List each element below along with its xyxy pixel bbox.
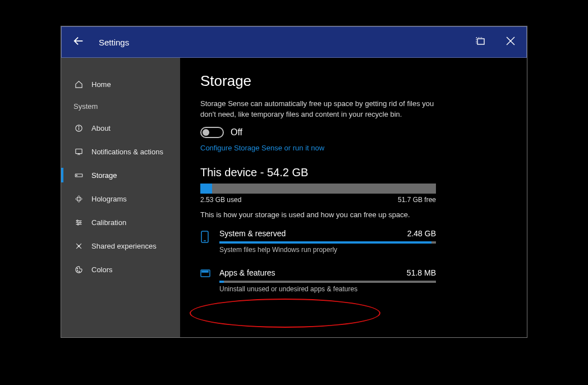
notifications-icon	[74, 148, 84, 156]
close-icon	[506, 36, 516, 48]
sidebar-item-notifications[interactable]: Notifications & actions	[61, 140, 180, 163]
svg-point-18	[79, 222, 81, 223]
svg-point-11	[76, 175, 77, 175]
toggle-label: Off	[231, 127, 242, 138]
sidebar-item-label: Shared experiences	[91, 242, 157, 250]
settings-window: Settings	[61, 26, 527, 338]
sidebar-item-label: Notifications & actions	[91, 148, 163, 156]
storage-icon	[74, 171, 84, 180]
svg-rect-29	[202, 271, 204, 272]
category-subtitle: System files help Windows run properly	[219, 246, 436, 254]
svg-point-12	[75, 198, 81, 200]
content-pane: Storage Storage Sense can automatically …	[180, 58, 527, 337]
free-label: 51.7 GB free	[398, 196, 436, 204]
device-usage-bar	[200, 184, 436, 194]
category-bar	[219, 281, 436, 283]
configure-storage-sense-link[interactable]: Configure Storage Sense or run it now	[200, 144, 324, 152]
page-title: Storage	[200, 72, 507, 90]
sidebar-item-home[interactable]: Home	[61, 72, 180, 96]
calibration-icon	[74, 218, 84, 227]
home-icon	[74, 80, 84, 89]
sidebar-item-holograms[interactable]: Holograms	[61, 187, 180, 210]
window-title: Settings	[99, 38, 472, 47]
titlebar: Settings	[61, 26, 527, 58]
category-size: 51.8 MB	[407, 268, 436, 277]
sidebar-item-label: About	[91, 124, 111, 132]
svg-rect-30	[204, 271, 206, 272]
holograms-icon	[74, 195, 84, 203]
window-tab-icon	[474, 36, 486, 48]
svg-point-8	[79, 126, 79, 126]
sidebar-item-label: Colors	[91, 265, 113, 274]
used-label: 2.53 GB used	[200, 196, 241, 204]
sidebar-group-system: System	[61, 96, 180, 116]
sidebar-item-storage[interactable]: Storage	[61, 163, 180, 187]
svg-point-13	[77, 195, 80, 201]
svg-rect-31	[206, 271, 208, 272]
sidebar-item-calibration[interactable]: Calibration	[61, 210, 180, 234]
close-button[interactable]	[503, 34, 518, 50]
svg-point-25	[79, 271, 79, 272]
svg-point-17	[76, 220, 78, 222]
sidebar-item-label: Holograms	[91, 195, 127, 203]
device-usage-fill	[200, 184, 212, 194]
category-subtitle: Uninstall unused or undesired apps & fea…	[219, 285, 436, 293]
svg-point-23	[77, 268, 77, 269]
device-heading: This device - 54.2 GB	[200, 166, 507, 179]
sidebar: Home System About Notifications & action…	[61, 58, 180, 337]
category-title: System & reserved	[219, 229, 286, 238]
svg-rect-1	[477, 39, 484, 44]
window-tab-button[interactable]	[472, 34, 488, 50]
sidebar-item-colors[interactable]: Colors	[61, 258, 180, 281]
sidebar-item-shared-experiences[interactable]: Shared experiences	[61, 234, 180, 258]
sidebar-item-label: Calibration	[91, 218, 126, 227]
sidebar-item-about[interactable]: About	[61, 116, 180, 140]
category-size: 2.48 GB	[407, 229, 436, 238]
category-title: Apps & features	[219, 268, 275, 277]
category-system-reserved[interactable]: System & reserved 2.48 GB System files h…	[200, 229, 436, 258]
storage-sense-description: Storage Sense can automatically free up …	[200, 99, 442, 120]
back-arrow-icon	[72, 35, 85, 49]
svg-rect-9	[75, 149, 81, 153]
svg-point-22	[78, 245, 80, 247]
info-icon	[74, 124, 84, 132]
shared-icon	[74, 242, 84, 250]
sidebar-item-label: Storage	[91, 171, 117, 180]
back-button[interactable]	[70, 33, 88, 51]
svg-point-24	[77, 270, 77, 271]
category-bar	[219, 241, 436, 244]
device-icon	[200, 229, 212, 246]
storage-sense-toggle[interactable]	[200, 127, 224, 138]
toggle-knob	[203, 129, 209, 136]
breakdown-intro: This is how your storage is used and how…	[200, 210, 507, 219]
category-apps-features[interactable]: Apps & features 51.8 MB Uninstall unused…	[200, 268, 436, 297]
colors-icon	[74, 265, 84, 274]
apps-icon	[200, 268, 212, 279]
sidebar-item-label: Home	[91, 80, 111, 89]
svg-point-19	[77, 223, 79, 225]
